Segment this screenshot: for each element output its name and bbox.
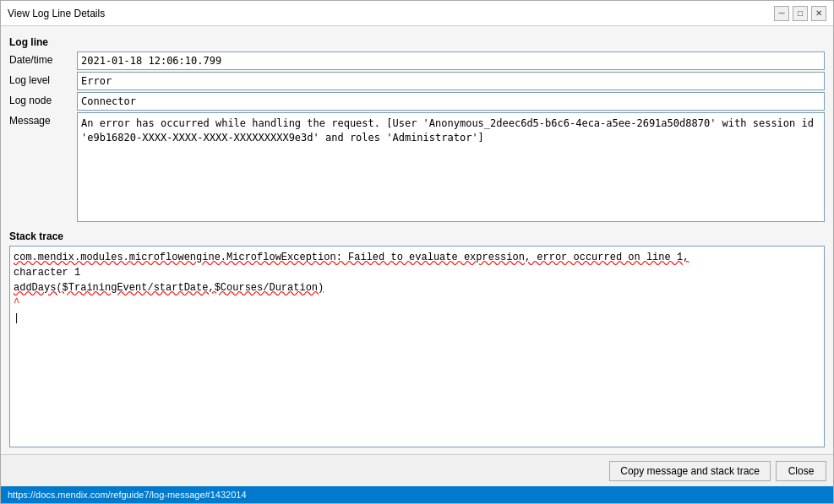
copy-button[interactable]: Copy message and stack trace [609, 461, 771, 481]
close-button[interactable]: Close [776, 461, 826, 481]
stack-line-3: addDays($TrainingEvent/startDate,$Course… [14, 280, 820, 295]
stack-line-1-underline: com.mendix.modules.microflowengine.Micro… [14, 252, 689, 263]
log-node-row: Log node [9, 92, 825, 111]
message-textarea[interactable] [77, 112, 825, 222]
stack-trace-textarea[interactable]: com.mendix.modules.microflowengine.Micro… [9, 246, 825, 447]
minimize-button[interactable]: ─ [774, 6, 789, 21]
date-time-row: Date/time [9, 51, 825, 70]
stack-line-5: | [14, 311, 820, 326]
dialog: View Log Line Details ─ □ ✕ Log line Dat… [0, 0, 834, 504]
log-node-input[interactable] [77, 92, 825, 111]
status-bar: https://docs.mendix.com/refguide7/log-me… [1, 486, 833, 503]
title-bar: View Log Line Details ─ □ ✕ [1, 1, 833, 26]
stack-line-4: ^ [14, 295, 820, 311]
stack-line-3-underline: addDays($TrainingEvent/startDate,$Course… [14, 282, 324, 294]
maximize-button[interactable]: □ [793, 6, 808, 21]
log-level-input[interactable] [77, 72, 825, 90]
stack-line-2: character 1 [14, 265, 820, 280]
log-level-row: Log level [9, 72, 825, 90]
log-level-label: Log level [9, 72, 77, 86]
stack-trace-section-header: Stack trace [9, 230, 825, 242]
stack-trace-content: com.mendix.modules.microflowengine.Micro… [14, 250, 820, 326]
log-node-label: Log node [9, 92, 77, 106]
footer: Copy message and stack trace Close [1, 454, 833, 486]
date-time-input[interactable] [77, 51, 825, 70]
window-close-button[interactable]: ✕ [811, 6, 826, 21]
stack-line-1: com.mendix.modules.microflowengine.Micro… [14, 250, 820, 265]
date-time-label: Date/time [9, 51, 77, 66]
title-bar-controls: ─ □ ✕ [774, 6, 826, 21]
log-line-section-header: Log line [9, 36, 825, 48]
main-content: Log line Date/time Log level Log node Me… [1, 26, 833, 454]
message-label: Message [9, 112, 77, 127]
stack-trace-section: Stack trace com.mendix.modules.microflow… [9, 227, 825, 447]
form-area: Date/time Log level Log node Message [9, 51, 825, 222]
dialog-title: View Log Line Details [8, 8, 105, 19]
message-row: Message [9, 112, 825, 222]
status-url: https://docs.mendix.com/refguide7/log-me… [8, 490, 247, 500]
